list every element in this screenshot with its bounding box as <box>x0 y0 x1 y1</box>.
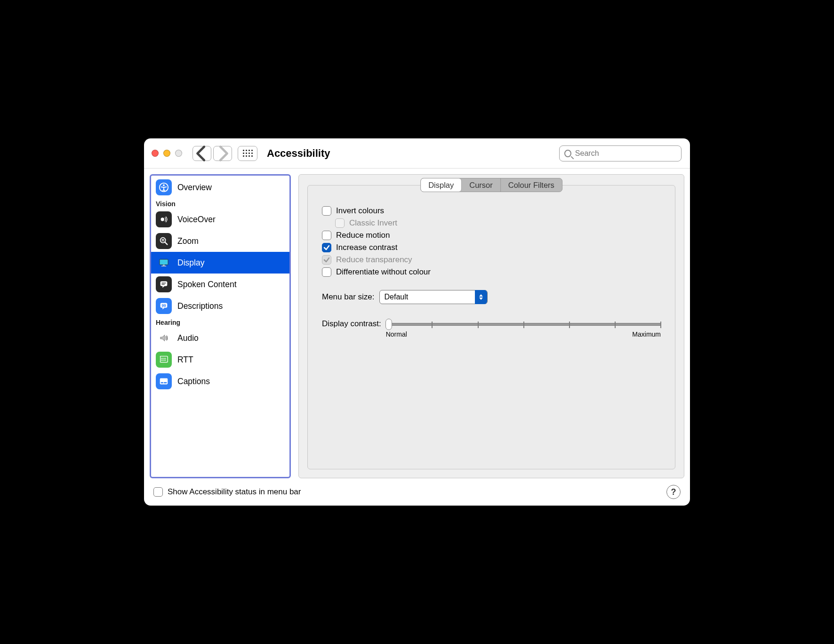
svg-line-4 <box>165 242 168 245</box>
voiceover-icon <box>156 211 172 227</box>
slider-min-label: Normal <box>386 330 407 338</box>
reduce-transparency-label: Reduce transparency <box>336 255 412 265</box>
sidebar-heading-hearing: Hearing <box>151 317 289 327</box>
increase-contrast-label: Increase contrast <box>336 243 397 252</box>
sidebar-item-label: RTT <box>177 355 193 365</box>
zoom-icon <box>156 233 172 249</box>
show-all-button[interactable] <box>238 146 257 161</box>
close-window-button[interactable] <box>152 150 159 157</box>
svg-point-21 <box>162 360 163 361</box>
svg-rect-26 <box>164 382 167 383</box>
differentiate-label: Differentiate without colour <box>336 267 431 277</box>
sidebar-item-label: Display <box>177 258 204 268</box>
svg-point-18 <box>164 358 165 359</box>
slider-max-label: Maximum <box>632 330 661 338</box>
sidebar-item-audio[interactable]: Audio <box>151 327 289 349</box>
tab-cursor[interactable]: Cursor <box>462 178 501 192</box>
settings-tabs: Display Cursor Colour Filters <box>420 178 562 192</box>
svg-point-17 <box>162 358 163 359</box>
status-menu-bar-label: Show Accessibility status in menu bar <box>168 487 301 497</box>
sidebar-heading-vision: Vision <box>151 198 289 209</box>
classic-invert-checkbox <box>335 218 345 228</box>
svg-rect-11 <box>160 282 168 286</box>
invert-colours-checkbox[interactable] <box>322 206 331 216</box>
help-button[interactable]: ? <box>666 485 681 499</box>
classic-invert-label: Classic Invert <box>349 218 397 228</box>
sidebar-item-voiceover[interactable]: VoiceOver <box>151 209 289 230</box>
search-field[interactable] <box>559 145 682 161</box>
svg-point-16 <box>161 358 162 359</box>
svg-rect-25 <box>161 382 164 383</box>
descriptions-icon: 99 <box>156 298 172 314</box>
display-contrast-row: Display contrast: <box>322 319 661 338</box>
search-input[interactable] <box>575 149 676 158</box>
help-icon: ? <box>671 487 676 497</box>
svg-point-23 <box>165 360 166 361</box>
svg-point-22 <box>164 360 165 361</box>
captions-icon <box>156 373 172 389</box>
window-controls <box>152 150 182 157</box>
window-title: Accessibility <box>267 147 330 160</box>
forward-button[interactable] <box>213 146 232 161</box>
sidebar-item-captions[interactable]: Captions <box>151 370 289 392</box>
svg-text:99: 99 <box>161 304 166 308</box>
sidebar[interactable]: Overview Vision VoiceOver Zoom <box>150 174 291 478</box>
spoken-content-icon <box>156 276 172 292</box>
audio-icon <box>156 330 172 346</box>
svg-point-1 <box>163 185 165 186</box>
svg-point-20 <box>161 360 162 361</box>
invert-colours-row: Invert colours <box>322 206 661 216</box>
differentiate-row: Differentiate without colour <box>322 267 661 277</box>
footer: Show Accessibility status in menu bar ? <box>150 478 684 499</box>
display-options: Invert colours Classic Invert <box>322 206 661 338</box>
menu-bar-size-value: Default <box>385 293 409 301</box>
svg-rect-9 <box>163 265 165 266</box>
maximize-window-button[interactable] <box>175 150 182 157</box>
sidebar-item-label: Audio <box>177 333 199 343</box>
grid-icon <box>243 150 253 157</box>
sidebar-item-rtt[interactable]: RTT <box>151 349 289 370</box>
tab-display[interactable]: Display <box>421 178 462 192</box>
svg-rect-24 <box>160 378 168 385</box>
sidebar-item-label: Overview <box>177 183 212 193</box>
reduce-motion-row: Reduce motion <box>322 231 661 240</box>
slider-thumb[interactable] <box>385 319 392 330</box>
sidebar-item-label: Descriptions <box>177 301 223 311</box>
menu-bar-size-label: Menu bar size: <box>322 292 375 302</box>
invert-colours-label: Invert colours <box>336 206 384 216</box>
reduce-transparency-row: Reduce transparency <box>322 255 661 265</box>
increase-contrast-checkbox[interactable] <box>322 243 331 252</box>
display-contrast-slider[interactable] <box>386 323 661 326</box>
reduce-motion-label: Reduce motion <box>336 231 390 240</box>
svg-point-19 <box>165 358 166 359</box>
accessibility-icon <box>156 179 172 195</box>
titlebar: Accessibility <box>144 138 690 169</box>
tab-colour-filters[interactable]: Colour Filters <box>501 178 562 192</box>
sidebar-item-zoom[interactable]: Zoom <box>151 230 289 252</box>
differentiate-checkbox[interactable] <box>322 267 331 277</box>
sidebar-item-descriptions[interactable]: 99 Descriptions <box>151 295 289 317</box>
back-button[interactable] <box>192 146 211 161</box>
sidebar-item-label: Zoom <box>177 236 199 246</box>
status-menu-bar-checkbox[interactable] <box>153 487 163 497</box>
reduce-motion-checkbox[interactable] <box>322 231 331 240</box>
menu-bar-size-row: Menu bar size: Default <box>322 290 661 304</box>
sidebar-item-overview[interactable]: Overview <box>151 177 289 198</box>
display-contrast-label: Display contrast: <box>322 319 381 329</box>
reduce-transparency-checkbox <box>322 255 331 265</box>
panels: Overview Vision VoiceOver Zoom <box>150 174 684 478</box>
svg-rect-10 <box>161 266 166 266</box>
svg-point-2 <box>161 217 164 221</box>
minimize-window-button[interactable] <box>163 150 170 157</box>
sidebar-item-display[interactable]: Display <box>151 252 289 274</box>
nav-buttons <box>192 146 232 161</box>
display-settings-group: Display Cursor Colour Filters Invert col… <box>307 185 675 469</box>
sidebar-item-label: Spoken Content <box>177 280 237 290</box>
menu-bar-size-popup[interactable]: Default <box>379 290 488 304</box>
display-icon <box>156 255 172 271</box>
sidebar-item-spoken-content[interactable]: Spoken Content <box>151 274 289 295</box>
chevron-up-down-icon <box>475 290 487 304</box>
sidebar-item-label: Captions <box>177 377 210 386</box>
body: Overview Vision VoiceOver Zoom <box>144 169 690 506</box>
status-menu-bar-row: Show Accessibility status in menu bar <box>153 487 301 497</box>
